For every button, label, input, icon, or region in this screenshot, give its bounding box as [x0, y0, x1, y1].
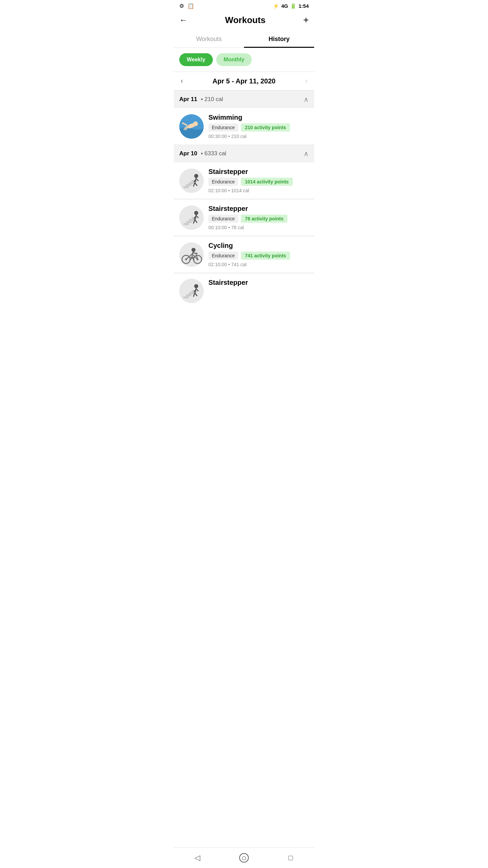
workout-meta-cycling: 02:10:00 • 741 cal: [208, 262, 309, 267]
collapse-apr10-icon[interactable]: ∧: [304, 150, 309, 158]
workout-tags-stairstepper1: Endurance 1014 activity points: [208, 178, 309, 186]
header: ← Workouts +: [174, 12, 314, 31]
day-label-apr11: Apr 11: [179, 96, 197, 102]
date-range-label: Apr 5 - Apr 11, 2020: [212, 77, 276, 85]
day-calories-apr10: • 6333 cal: [201, 150, 226, 157]
workout-item-stairstepper3-partial[interactable]: Stairstepper: [174, 273, 314, 303]
workout-name-stairstepper3: Stairstepper: [208, 279, 309, 287]
svg-rect-7: [183, 186, 189, 188]
tag-endurance-stairstepper1: Endurance: [208, 178, 238, 186]
day-calories-apr11: • 210 cal: [201, 96, 223, 102]
workout-item-cycling[interactable]: Cycling Endurance 741 activity points 02…: [174, 236, 314, 273]
tag-points-cycling: 741 activity points: [241, 252, 290, 260]
workout-avatar-stairstepper3: [179, 279, 204, 303]
svg-rect-9: [189, 182, 194, 184]
svg-rect-46: [186, 294, 191, 296]
workout-meta-stairstepper2: 00:10:00 • 78 cal: [208, 225, 309, 230]
tab-workouts[interactable]: Workouts: [174, 31, 244, 47]
home-nav-icon: ○: [239, 853, 249, 863]
tag-endurance-stairstepper2: Endurance: [208, 215, 238, 223]
svg-rect-8: [186, 184, 191, 186]
svg-point-11: [194, 174, 198, 178]
status-right-info: ⚡ 4G 🔋 1:54: [273, 3, 309, 9]
svg-point-22: [194, 211, 198, 215]
day-label-apr10: Apr 10: [179, 150, 197, 157]
workout-avatar-cycling: [179, 242, 204, 267]
weekly-filter-button[interactable]: Weekly: [179, 53, 213, 66]
workout-info-cycling: Cycling Endurance 741 activity points 02…: [208, 242, 309, 267]
workout-info-stairstepper2: Stairstepper Endurance 78 activity point…: [208, 205, 309, 230]
signal-icon: 4G: [281, 3, 288, 9]
bottom-navigation: ◁ ○ □: [174, 847, 314, 868]
workout-name-cycling: Cycling: [208, 242, 309, 250]
workout-avatar-stairstepper1: [179, 169, 204, 193]
workout-name-swimming: Swimming: [208, 114, 309, 121]
tag-endurance-swimming: Endurance: [208, 123, 238, 132]
prev-date-button[interactable]: ‹: [181, 77, 183, 85]
workout-name-stairstepper2: Stairstepper: [208, 205, 309, 213]
svg-rect-20: [189, 219, 194, 221]
battery-icon: 🔋: [290, 3, 297, 9]
tag-endurance-cycling: Endurance: [208, 252, 238, 260]
nav-recent-button[interactable]: □: [285, 852, 296, 863]
monthly-filter-button[interactable]: Monthly: [216, 53, 252, 66]
workout-tags-cycling: Endurance 741 activity points: [208, 252, 309, 260]
workout-item-swimming[interactable]: Swimming Endurance 210 activity points 0…: [174, 108, 314, 145]
workout-avatar-swimming: [179, 114, 204, 139]
collapse-apr11-icon[interactable]: ∧: [304, 95, 309, 103]
tag-points-stairstepper1: 1014 activity points: [241, 178, 293, 186]
svg-rect-18: [183, 223, 189, 225]
workout-item-stairstepper1[interactable]: Stairstepper Endurance 1014 activity poi…: [174, 162, 314, 199]
filter-row: Weekly Monthly: [174, 48, 314, 72]
time-display: 1:54: [299, 3, 309, 9]
back-nav-icon: ◁: [195, 853, 200, 862]
svg-rect-19: [186, 221, 191, 223]
svg-point-49: [194, 284, 198, 288]
add-button[interactable]: +: [303, 15, 309, 25]
workout-meta-swimming: 00:30:00 • 210 cal: [208, 134, 309, 139]
workout-avatar-stairstepper2: [179, 205, 204, 230]
svg-point-2: [193, 121, 198, 126]
recent-nav-icon: □: [288, 853, 293, 862]
workout-info-stairstepper3: Stairstepper: [208, 279, 309, 289]
status-left-icons: ⚙ 📋: [179, 3, 194, 9]
workout-info-swimming: Swimming Endurance 210 activity points 0…: [208, 114, 309, 139]
nav-home-button[interactable]: ○: [239, 852, 249, 863]
status-bar: ⚙ 📋 ⚡ 4G 🔋 1:54: [174, 0, 314, 12]
tab-bar: Workouts History: [174, 31, 314, 48]
next-date-button[interactable]: ›: [305, 77, 307, 85]
workout-tags-stairstepper2: Endurance 78 activity points: [208, 215, 309, 223]
settings-icon: ⚙: [179, 3, 184, 9]
tag-points-swimming: 210 activity points: [241, 123, 290, 132]
workout-meta-stairstepper1: 02:10:00 • 1014 cal: [208, 188, 309, 193]
page-title: Workouts: [225, 15, 265, 25]
workout-info-stairstepper1: Stairstepper Endurance 1014 activity poi…: [208, 168, 309, 193]
day-header-apr11[interactable]: Apr 11 • 210 cal ∧: [174, 91, 314, 108]
tag-points-stairstepper2: 78 activity points: [241, 215, 288, 223]
clipboard-icon: 📋: [187, 3, 194, 9]
svg-rect-47: [189, 292, 194, 294]
day-header-apr10[interactable]: Apr 10 • 6333 cal ∧: [174, 145, 314, 162]
date-navigator: ‹ Apr 5 - Apr 11, 2020 ›: [174, 72, 314, 91]
workout-item-stairstepper2[interactable]: Stairstepper Endurance 78 activity point…: [174, 199, 314, 236]
nav-back-button[interactable]: ◁: [192, 852, 203, 863]
workout-name-stairstepper1: Stairstepper: [208, 168, 309, 176]
workout-tags-swimming: Endurance 210 activity points: [208, 123, 309, 132]
tab-history[interactable]: History: [244, 31, 314, 47]
svg-rect-45: [183, 296, 189, 298]
bluetooth-icon: ⚡: [273, 3, 279, 9]
back-button[interactable]: ←: [179, 15, 187, 25]
svg-point-39: [191, 248, 196, 252]
